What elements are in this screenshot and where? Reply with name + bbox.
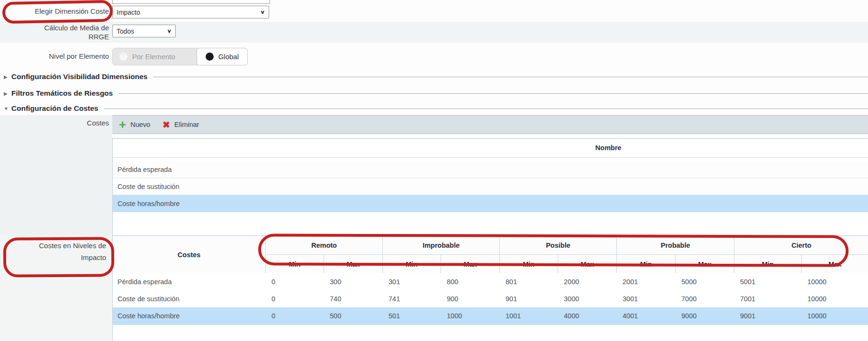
costes-list-header-row: Nombre: [113, 139, 868, 158]
section-rule: [153, 77, 868, 77]
chevron-down-icon: ∨: [167, 28, 172, 34]
nivel-toggle: Por Elemento Global: [112, 48, 248, 65]
max-header: Max: [675, 255, 734, 273]
niveles-label-line2: Impacto: [0, 253, 106, 262]
costes-corner-header: Costes: [113, 236, 265, 273]
eliminar-button[interactable]: ✖ Eliminar: [163, 119, 199, 130]
costes-toolbar: + Nuevo ✖ Eliminar: [112, 115, 868, 134]
max-header: Max: [324, 255, 382, 273]
max-header: Max: [801, 255, 868, 273]
media-select-value: Todos: [117, 27, 167, 35]
media-select[interactable]: Todos ∨: [112, 25, 176, 37]
niveles-impacto-table: Costes Remoto Improbable Posible Probabl…: [112, 235, 868, 341]
expanded-arrow-icon: ▼: [4, 106, 11, 111]
costes-list-table: Nombre Pérdida esperada Coste de sustitu…: [112, 138, 868, 235]
level-header-remoto: Remoto: [265, 236, 382, 255]
cropped-element-top: [112, 0, 270, 4]
min-header: Min: [265, 255, 324, 273]
left-label-panel-niveles: [0, 235, 112, 341]
table-row[interactable]: Coste de sustitución 0 740 741 900 901 3…: [113, 290, 868, 308]
dimension-label: Elegir Dimensión Coste: [0, 7, 109, 16]
collapsed-arrow-icon: ▶: [4, 74, 11, 80]
chevron-down-icon: ∨: [260, 9, 265, 15]
costes-label: Costes: [0, 118, 109, 127]
radio-unselected-icon: [119, 53, 127, 61]
table-row[interactable]: Pérdida esperada: [113, 161, 868, 178]
level-header-improbable: Improbable: [382, 236, 499, 255]
min-header: Min: [382, 255, 441, 273]
section-configuracion-costes[interactable]: ▼ Configuración de Costes: [0, 104, 868, 113]
table-row[interactable]: Coste de sustitución: [113, 178, 868, 195]
level-header-cierto: Cierto: [734, 236, 868, 255]
dimension-select-value: Impacto: [117, 9, 260, 16]
section-rule: [104, 108, 868, 109]
collapsed-arrow-icon: ▶: [4, 91, 11, 96]
risk-cost-config-screen: Elegir Dimensión Coste Impacto ∨ Cálculo…: [0, 0, 868, 341]
radio-selected-icon: [206, 53, 214, 61]
min-header: Min: [499, 255, 558, 273]
nivel-label: Nivel por Elemento: [0, 52, 109, 61]
section-filtros-tematicos[interactable]: ▶ Filtros Temáticos de Riesgos: [0, 89, 868, 98]
toggle-option-por-elemento[interactable]: Por Elemento: [113, 48, 197, 65]
section-visibilidad-dimensiones[interactable]: ▶ Configuración Visibilidad Dimensiones: [0, 72, 868, 81]
niveles-label-line1: Costes en Niveles de: [0, 241, 106, 250]
media-label-line1: Cálculo de Media de: [0, 23, 109, 32]
table-row[interactable]: Pérdida esperada 0 300 301 800 801 2000 …: [113, 273, 868, 291]
level-header-posible: Posible: [499, 236, 616, 255]
max-header: Max: [558, 255, 616, 273]
min-header: Min: [616, 255, 675, 273]
table-row-selected[interactable]: Coste horas/hombre 0 500 501 1000 1001 4…: [113, 307, 868, 325]
media-label-line2: RRGE: [0, 32, 109, 41]
left-label-panel-costes: [0, 115, 112, 235]
x-icon: ✖: [163, 119, 170, 130]
table-row-selected[interactable]: Coste horas/hombre: [113, 195, 868, 212]
dimension-select[interactable]: Impacto ∨: [112, 6, 269, 18]
level-header-probable: Probable: [616, 236, 734, 255]
toggle-option-global[interactable]: Global: [197, 48, 248, 65]
section-rule: [118, 93, 868, 94]
nuevo-button[interactable]: + Nuevo: [119, 120, 150, 129]
nombre-column-header: Nombre: [596, 144, 622, 152]
min-header: Min: [734, 255, 801, 273]
max-header: Max: [441, 255, 499, 273]
plus-icon: +: [119, 120, 126, 129]
